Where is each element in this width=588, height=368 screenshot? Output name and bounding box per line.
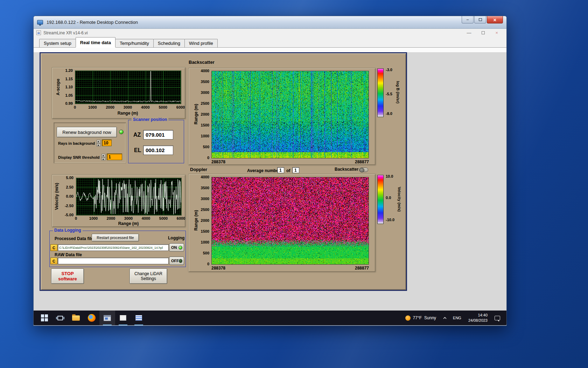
app-content: A-scope 1.201.151.101.050.99 01000200030…: [34, 48, 506, 311]
app-restore-button[interactable]: [482, 30, 485, 35]
background-controls-box: Renew background now Rays in background …: [54, 122, 126, 163]
renew-background-button[interactable]: Renew background now: [57, 127, 117, 137]
document-app-taskbar-button[interactable]: [131, 311, 147, 325]
el-value[interactable]: 000.102: [143, 145, 173, 155]
notification-center-button[interactable]: [491, 311, 504, 325]
task-view-button[interactable]: [52, 311, 68, 325]
data-logging-group: Data Logging Processed Data file Restart…: [49, 231, 186, 267]
tick-label: 288877: [355, 159, 369, 164]
tab-real-time-data[interactable]: Real time data: [76, 37, 115, 47]
logging-off-button[interactable]: OFF: [169, 257, 184, 265]
display-snr-threshold-label: Display SNR threshold: [58, 155, 100, 159]
backscatter-x-ticks: 288378288877: [211, 159, 369, 164]
stop-software-line1: STOP: [61, 271, 74, 276]
scan-schedule-icon: [120, 315, 126, 321]
tick-label: 2500: [201, 101, 209, 105]
rdp-titlebar[interactable]: 192.168.0.122 - Remote Desktop Connectio…: [34, 16, 506, 29]
tick-label: 2000: [201, 218, 209, 223]
ascope-x-axis-label: Range (m): [75, 111, 181, 116]
language-indicator[interactable]: ENG: [449, 311, 465, 325]
decrement-arrow-icon[interactable]: [102, 157, 105, 161]
ascope-graph: A-scope 1.201.151.101.050.99 01000200030…: [52, 67, 186, 119]
start-button[interactable]: [36, 311, 52, 325]
tick-label: 1.20: [65, 68, 73, 73]
average-number-label: Average number: [247, 168, 280, 173]
rdp-minimize-button[interactable]: −: [462, 16, 474, 23]
doppler-colorbar-ticks: 10.00.0-10.0: [385, 175, 397, 223]
app-window-controls: — ×: [467, 30, 504, 35]
tab-scheduling[interactable]: Scheduling: [153, 39, 185, 47]
velocity-graph: Velocity (m/s) 5.002.500.00-2.50-5.00 01…: [52, 175, 186, 227]
velocity-x-axis-label: Range (m): [76, 221, 181, 226]
tick-label: 5000: [159, 216, 168, 220]
backscatter-colorbar-canvas: [378, 69, 383, 117]
rdp-restore-button[interactable]: [474, 16, 486, 23]
az-value[interactable]: 079.001: [143, 130, 173, 139]
doppler-colorbar-canvas: [378, 175, 383, 224]
app-close-button[interactable]: ×: [495, 30, 498, 35]
doppler-colorbar: [377, 175, 384, 224]
labview-vi-icon: [36, 30, 41, 35]
velocity-canvas: [76, 178, 181, 215]
tab-temp-humidity[interactable]: Temp/humidity: [115, 39, 154, 47]
increment-arrow-icon[interactable]: [102, 154, 105, 157]
tick-label: 0: [207, 156, 209, 160]
stop-software-button[interactable]: STOP software: [51, 268, 84, 284]
restart-processed-file-button[interactable]: Restart processed file: [92, 234, 139, 241]
rays-in-background-spinner: [97, 140, 100, 146]
app-titlebar[interactable]: StreamLine XR v14-6.vi — ×: [34, 29, 506, 37]
weather-widget[interactable]: 77°F Sunny: [401, 311, 441, 325]
average-number-value[interactable]: 1: [277, 167, 284, 173]
tick-label: 1.15: [65, 77, 73, 81]
backscatter-toggle[interactable]: [359, 168, 368, 172]
firefox-button[interactable]: [84, 311, 99, 325]
tick-label: 4000: [142, 216, 150, 220]
clock[interactable]: 14:40 24/08/2023: [465, 311, 491, 325]
restore-icon: [482, 31, 485, 34]
tick-label: 1500: [201, 229, 209, 233]
logging-on-button[interactable]: ON: [169, 243, 184, 252]
average-total-value[interactable]: 1: [292, 167, 299, 173]
ascope-x-ticks: 0100020003000400050006000: [75, 105, 181, 109]
velocity-x-ticks: 0100020003000400050006000: [76, 216, 181, 220]
rays-in-background-value[interactable]: 10: [102, 139, 112, 146]
tray-date: 24/08/2023: [468, 318, 488, 323]
rdp-close-button[interactable]: ×: [487, 16, 503, 23]
tick-label: 4000: [201, 69, 209, 73]
ascope-y-ticks: 1.201.151.101.050.99: [61, 70, 74, 103]
raw-file-drive-button[interactable]: C: [50, 258, 57, 264]
el-label: EL: [134, 147, 141, 154]
remote-desktop: StreamLine XR v14-6.vi — × System setup …: [34, 29, 506, 325]
velocity-y-ticks: 5.002.500.00-2.50-5.00: [61, 178, 75, 215]
content-top-strip: [34, 48, 506, 52]
scanner-position-title: Scanner position: [132, 117, 168, 122]
tick-label: 1500: [201, 123, 209, 127]
decrement-arrow-icon[interactable]: [97, 143, 100, 147]
streamline-taskbar-button[interactable]: [99, 311, 115, 325]
scan-schedule-taskbar-button[interactable]: [115, 311, 131, 325]
app-minimize-button[interactable]: —: [467, 30, 471, 35]
tick-label: 1000: [89, 216, 98, 220]
change-lidar-settings-button[interactable]: Change LiDAR Settings: [130, 268, 167, 284]
tick-label: 3500: [201, 186, 209, 190]
taskbar: 77°F Sunny ENG 14:40 24/08/2023: [34, 311, 506, 325]
tick-label: 0.0: [386, 196, 391, 200]
backscatter-heatmap-canvas: [212, 71, 369, 158]
scanner-position-group: Scanner position AZ 079.001 EL 000.102: [128, 120, 184, 163]
document-app-icon: [135, 315, 142, 321]
increment-arrow-icon[interactable]: [97, 140, 100, 143]
tab-system-setup[interactable]: System setup: [39, 39, 76, 47]
snr-threshold-value[interactable]: 1: [107, 154, 122, 160]
raw-file-path-input[interactable]: [58, 258, 169, 264]
file-explorer-button[interactable]: [68, 311, 84, 325]
doppler-heatmap: Range (m) 400035003000250020001500100050…: [188, 174, 376, 272]
tick-label: 3000: [124, 216, 133, 220]
processed-file-path-input[interactable]: C:\LiDAR\Data\Proc\2023\202308\20230824\…: [58, 244, 169, 251]
raw-data-file-label: RAW Data file: [55, 252, 82, 257]
backscatter-y-ticks: 40003500300025002000150010005000: [198, 71, 210, 158]
tray-overflow-button[interactable]: [440, 311, 449, 325]
tick-label: 0.00: [66, 194, 74, 198]
change-lidar-line1: Change LiDAR: [134, 271, 162, 276]
tab-wind-profile[interactable]: Wind profile: [184, 39, 218, 47]
processed-file-drive-button[interactable]: C: [50, 244, 57, 251]
